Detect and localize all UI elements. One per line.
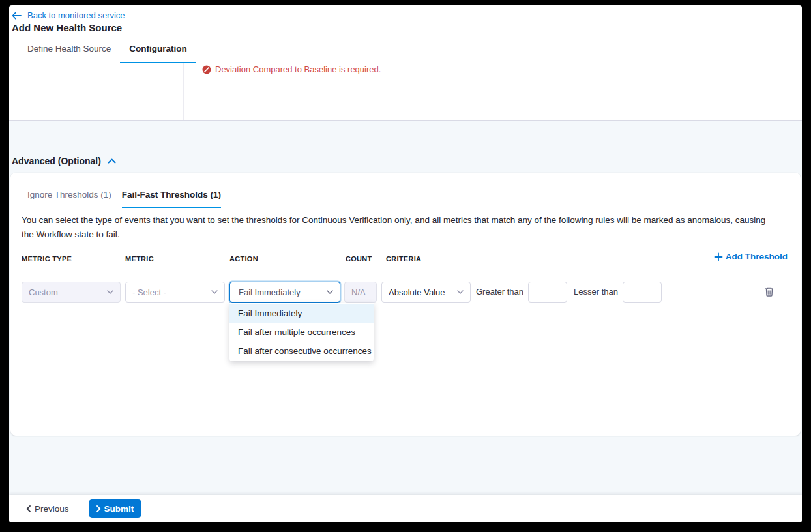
chevron-up-icon [108,158,116,164]
advanced-section: Advanced (Optional) Ignore Thresholds (1… [9,121,802,495]
chevron-down-icon [107,290,113,294]
column-header-count: COUNT [346,255,372,263]
tab-define-health-source[interactable]: Define Health Source [18,44,120,63]
tab-fail-fast-thresholds[interactable]: Fail-Fast Thresholds (1) [122,185,221,208]
greater-than-input[interactable] [528,282,567,303]
error-icon [202,65,211,74]
criteria-value: Absolute Value [389,288,445,297]
advanced-toggle[interactable]: Advanced (Optional) [12,156,116,166]
threshold-tab-bar: Ignore Thresholds (1) Fail-Fast Threshol… [27,185,221,208]
tab-configuration[interactable]: Configuration [120,44,196,63]
threshold-row: Custom - Select - Fail Immediately [10,282,801,303]
greater-than-label: Greater than [476,282,523,303]
metric-select[interactable]: - Select - [125,282,225,303]
submit-label: Submit [104,504,134,514]
count-field: N/A [344,282,377,303]
add-threshold-button[interactable]: Add Threshold [714,252,788,261]
chevron-left-icon [26,505,31,512]
footer-bar: Previous Submit [9,495,802,522]
metric-value: - Select - [132,288,166,297]
metric-type-select[interactable]: Custom [22,282,121,303]
lesser-than-label: Lesser than [574,282,618,303]
delete-threshold-button[interactable] [764,286,774,297]
count-value: N/A [351,288,366,297]
column-header-criteria: CRITERIA [386,255,421,263]
validation-error: Deviation Compared to Baseline is requir… [202,65,381,74]
chevron-right-icon [96,505,101,512]
previous-label: Previous [35,504,69,514]
menu-item-fail-multiple[interactable]: Fail after multiple occurrences [229,323,374,342]
tab-ignore-thresholds[interactable]: Ignore Thresholds (1) [27,185,111,208]
previous-button[interactable]: Previous [26,504,69,514]
metric-list-panel [9,63,184,120]
back-link-label: Back to monitored service [27,10,125,20]
action-select[interactable]: Fail Immediately [229,282,340,303]
arrow-left-icon [12,12,22,20]
add-threshold-label: Add Threshold [726,252,788,261]
lesser-than-input[interactable] [623,282,662,303]
criteria-select[interactable]: Absolute Value [381,282,471,303]
action-value: Fail Immediately [237,287,301,297]
column-header-action: ACTION [229,255,258,263]
submit-button[interactable]: Submit [89,499,142,518]
column-header-metric-type: METRIC TYPE [22,255,72,263]
metric-type-value: Custom [29,288,58,297]
menu-item-fail-consecutive[interactable]: Fail after consecutive occurrences [229,342,374,361]
chevron-down-icon [457,290,464,294]
menu-item-fail-immediately[interactable]: Fail Immediately [229,304,374,323]
plus-icon [714,252,723,261]
text-cursor [237,287,237,297]
advanced-title: Advanced (Optional) [12,156,101,166]
thresholds-description: You can select the type of events that y… [22,213,771,243]
validation-error-text: Deviation Compared to Baseline is requir… [215,65,381,74]
thresholds-card: Ignore Thresholds (1) Fail-Fast Threshol… [10,173,801,436]
form-panels: Deviation Compared to Baseline is requir… [9,63,802,121]
trash-icon [764,286,774,297]
column-header-metric: METRIC [125,255,154,263]
row-divider [10,303,801,303]
action-dropdown-menu: Fail Immediately Fail after multiple occ… [229,303,374,361]
chevron-down-icon [327,290,333,294]
chevron-down-icon [211,290,218,294]
back-link[interactable]: Back to monitored service [12,10,125,20]
main-tab-bar: Define Health Source Configuration [9,37,802,63]
page-title: Add New Health Source [12,22,122,33]
app-window: Back to monitored service Add New Health… [9,5,802,522]
